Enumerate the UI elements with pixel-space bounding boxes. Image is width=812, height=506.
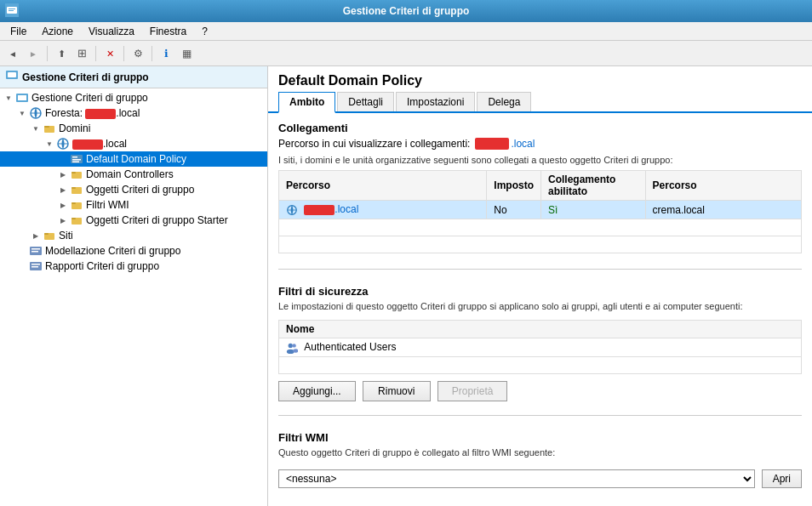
tree-item-foresta[interactable]: Foresta: .local — [0, 105, 267, 121]
tree-item-domini[interactable]: Domini — [0, 121, 267, 136]
tab-ambito[interactable]: Ambito — [278, 92, 335, 113]
title-bar: Gestione Criteri di gruppo — [0, 0, 812, 22]
root-icon — [15, 91, 29, 105]
svg-point-34 — [287, 350, 294, 354]
tree-item-siti[interactable]: Siti — [0, 228, 267, 243]
info-icon — [164, 48, 169, 60]
empty-row-1 — [279, 219, 802, 236]
starter-icon — [70, 213, 83, 227]
foresta-icon — [29, 106, 43, 120]
tree-item-starter[interactable]: Oggetti Criteri di gruppo Starter — [0, 213, 267, 228]
wmi-section: Filtri WMI Questo oggetto Criteri di gru… — [268, 423, 812, 466]
menu-azione[interactable]: Azione — [35, 24, 80, 39]
toggle-foresta[interactable] — [15, 106, 29, 120]
link-row: Percorso in cui visualizzare i collegame… — [278, 138, 802, 150]
cell-path: .local — [279, 201, 487, 219]
svg-rect-30 — [31, 264, 40, 265]
link-label: Percorso in cui visualizzare i collegame… — [278, 138, 470, 150]
tree-item-filtri[interactable]: Filtri WMI — [0, 197, 267, 213]
back-button[interactable] — [3, 44, 22, 63]
menu-finestra[interactable]: Finestra — [143, 24, 193, 39]
delete-button[interactable] — [100, 44, 119, 63]
toggle-domini[interactable] — [29, 122, 43, 135]
ddp-icon — [70, 152, 83, 166]
grid-button[interactable] — [72, 44, 91, 63]
toggle-domain[interactable] — [43, 137, 56, 151]
aggiungi-button[interactable]: Aggiungi... — [278, 381, 356, 401]
row-icon — [286, 203, 300, 215]
tree-label-ddp: Default Domain Policy — [86, 153, 186, 165]
collegamenti-desc: I siti, i domini e le unità organizzativ… — [278, 155, 802, 165]
properties-button[interactable] — [129, 44, 147, 63]
apri-button[interactable]: Apri — [762, 469, 802, 488]
separator-4 — [152, 46, 152, 61]
svg-rect-27 — [31, 248, 40, 250]
tree-item-ddp[interactable]: Default Domain Policy — [0, 151, 267, 167]
empty-row-2 — [279, 236, 802, 253]
rimuovi-button[interactable]: Rimuovi — [363, 381, 431, 401]
tree-item-dc[interactable]: Domain Controllers — [0, 167, 267, 182]
svg-rect-15 — [72, 162, 79, 163]
tree-item-modellazione[interactable]: Modellazione Criteri di gruppo — [0, 243, 267, 259]
proprieta-button[interactable]: Proprietà — [437, 381, 508, 401]
svg-rect-31 — [31, 266, 38, 268]
filtri-icon — [70, 198, 83, 212]
divider-1 — [278, 269, 802, 270]
svg-rect-25 — [44, 233, 49, 235]
menu-file[interactable]: File — [3, 24, 33, 39]
tree-label-siti: Siti — [59, 230, 73, 242]
security-table: Nome Authenticated Users — [278, 320, 802, 374]
tree-label-filtri: Filtri WMI — [86, 199, 129, 211]
wmi-desc: Questo oggetto Criteri di gruppo è colle… — [278, 447, 802, 458]
cell-percorso2: crema.local — [645, 201, 801, 219]
menu-help[interactable]: ? — [195, 24, 214, 39]
security-col-nome: Nome — [279, 321, 802, 338]
rapporti-icon — [29, 259, 43, 273]
tree-header-label: Gestione Criteri di gruppo — [22, 71, 149, 83]
up-icon — [58, 48, 66, 60]
menu-bar: File Azione Visualizza Finestra ? — [0, 22, 812, 41]
link-value: .local — [475, 138, 535, 150]
toggle-starter[interactable] — [56, 213, 70, 227]
col-percorso2: Percorso — [645, 171, 801, 201]
tree-panel: Gestione Criteri di gruppo Gestione Crit… — [0, 66, 268, 506]
tree-item-oggetti[interactable]: Oggetti Criteri di gruppo — [0, 182, 267, 197]
tabs-bar: Ambito Dettagli Impostazioni Delega — [268, 92, 812, 113]
col-imposto: Imposto — [487, 171, 541, 201]
toggle-rapporti — [15, 259, 29, 273]
tree-item-root[interactable]: Gestione Criteri di gruppo — [0, 90, 267, 105]
toggle-oggetti[interactable] — [56, 183, 70, 196]
right-panel: Default Domain Policy Ambito Dettagli Im… — [268, 66, 812, 506]
forward-button[interactable] — [24, 44, 43, 63]
tree-label-foresta: Foresta: .local — [45, 107, 140, 119]
tree-container: Gestione Criteri di gruppo Foresta: .loc… — [0, 88, 267, 276]
tab-impostazioni[interactable]: Impostazioni — [396, 92, 475, 111]
toggle-dc[interactable] — [56, 168, 70, 181]
svg-point-33 — [289, 344, 293, 348]
cell-collegamento: Sì — [540, 201, 645, 219]
security-row[interactable]: Authenticated Users — [279, 338, 802, 357]
domini-icon — [43, 122, 56, 135]
tree-item-rapporti[interactable]: Rapporti Criteri di gruppo — [0, 259, 267, 274]
col-collegamento: Collegamento abilitato — [540, 171, 645, 201]
tree-label-domini: Domini — [59, 122, 90, 134]
toggle-siti[interactable] — [29, 229, 43, 242]
svg-rect-7 — [18, 95, 26, 100]
toggle-filtri[interactable] — [56, 198, 70, 212]
tree-item-domain-local[interactable]: .local — [0, 136, 267, 151]
wmi-select[interactable]: <nessuna> — [278, 469, 755, 488]
tab-dettagli[interactable]: Dettagli — [337, 92, 394, 111]
divider-2 — [278, 415, 802, 416]
tree-label-domain-local: .local — [72, 138, 127, 150]
wmi-title: Filtri WMI — [278, 431, 802, 444]
cell-path-redacted — [304, 205, 335, 215]
up-button[interactable] — [52, 44, 71, 63]
menu-visualizza[interactable]: Visualizza — [82, 24, 141, 39]
tree-label-starter: Oggetti Criteri di gruppo Starter — [86, 214, 228, 226]
separator-3 — [123, 46, 124, 61]
table-row[interactable]: .local No Sì crema.local — [279, 201, 802, 219]
toggle-root[interactable] — [2, 91, 15, 105]
view-button[interactable] — [177, 44, 196, 63]
info-button[interactable] — [157, 44, 175, 63]
tab-delega[interactable]: Delega — [477, 92, 531, 111]
